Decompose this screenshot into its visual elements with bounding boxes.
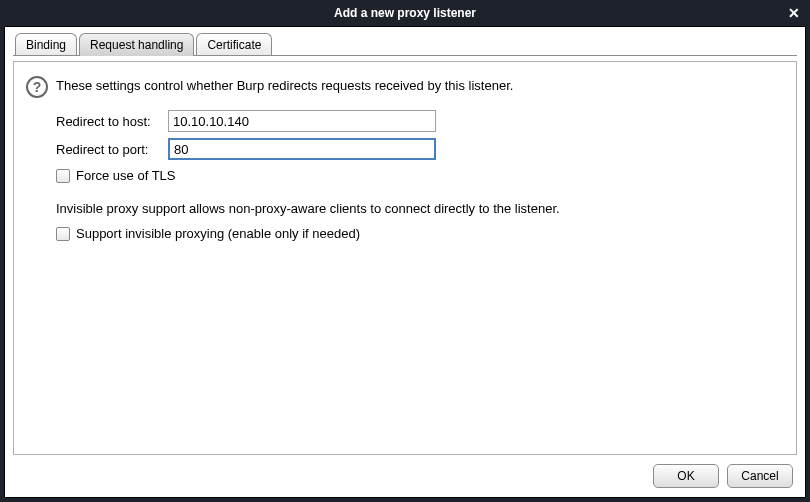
tab-binding[interactable]: Binding — [15, 33, 77, 56]
redirect-host-label: Redirect to host: — [56, 114, 168, 129]
dialog-client-area: Binding Request handling Certificate ? T… — [4, 26, 806, 498]
invisible-proxy-description: Invisible proxy support allows non-proxy… — [56, 201, 784, 216]
redirect-port-input[interactable] — [168, 138, 436, 160]
invisible-proxy-checkbox[interactable] — [56, 227, 70, 241]
tab-label: Binding — [26, 38, 66, 52]
force-tls-checkbox[interactable] — [56, 169, 70, 183]
button-label: OK — [677, 469, 694, 483]
help-icon[interactable]: ? — [26, 76, 48, 98]
panel-description: These settings control whether Burp redi… — [56, 76, 513, 93]
ok-button[interactable]: OK — [653, 464, 719, 488]
cancel-button[interactable]: Cancel — [727, 464, 793, 488]
invisible-proxy-row[interactable]: Support invisible proxying (enable only … — [56, 226, 784, 241]
tab-bar: Binding Request handling Certificate — [5, 27, 805, 55]
tab-request-handling[interactable]: Request handling — [79, 33, 194, 56]
dialog-window: Add a new proxy listener ✕ Binding Reque… — [0, 0, 810, 502]
force-tls-label: Force use of TLS — [76, 168, 175, 183]
dialog-footer: OK Cancel — [5, 455, 805, 497]
redirect-port-label: Redirect to port: — [56, 142, 168, 157]
redirect-host-input[interactable] — [168, 110, 436, 132]
tab-label: Request handling — [90, 38, 183, 52]
titlebar: Add a new proxy listener ✕ — [0, 0, 810, 26]
tab-panel-request-handling: ? These settings control whether Burp re… — [13, 61, 797, 455]
tab-label: Certificate — [207, 38, 261, 52]
tab-certificate[interactable]: Certificate — [196, 33, 272, 56]
force-tls-row[interactable]: Force use of TLS — [56, 168, 784, 183]
close-icon[interactable]: ✕ — [786, 5, 802, 21]
button-label: Cancel — [741, 469, 778, 483]
window-title: Add a new proxy listener — [334, 6, 476, 20]
invisible-proxy-label: Support invisible proxying (enable only … — [76, 226, 360, 241]
